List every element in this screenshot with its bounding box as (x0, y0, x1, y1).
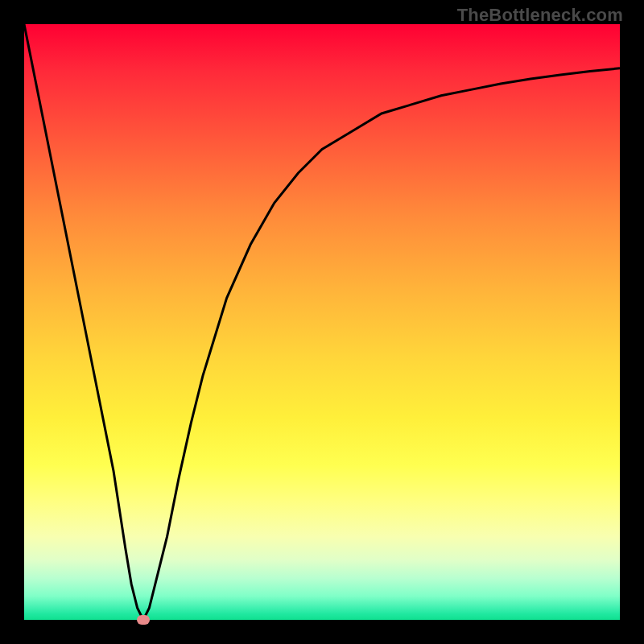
watermark-text: TheBottleneck.com (457, 5, 623, 26)
min-marker (137, 615, 150, 625)
curve-svg (24, 24, 620, 620)
chart-container: TheBottleneck.com (0, 0, 644, 644)
bottleneck-curve (24, 24, 620, 620)
plot-area (24, 24, 620, 620)
